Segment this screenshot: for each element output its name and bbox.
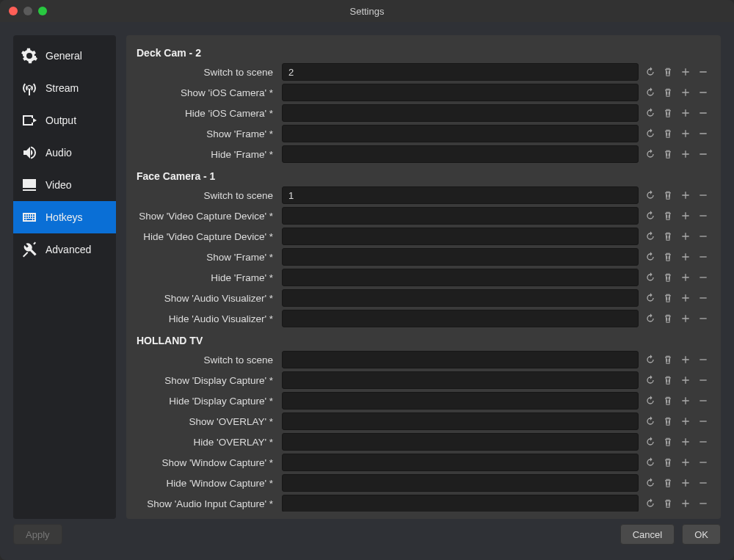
sidebar-item-video[interactable]: Video	[13, 169, 116, 201]
hotkey-add-button[interactable]	[678, 414, 693, 429]
sidebar-item-audio[interactable]: Audio	[13, 137, 116, 169]
hotkey-add-button[interactable]	[678, 208, 693, 223]
hotkey-remove-button[interactable]	[696, 311, 711, 326]
hotkey-delete-button[interactable]	[661, 65, 675, 79]
hotkey-undo-button[interactable]	[643, 250, 658, 264]
hotkey-add-button[interactable]	[678, 65, 693, 79]
hotkey-add-button[interactable]	[678, 434, 693, 449]
hotkey-undo-button[interactable]	[643, 65, 658, 79]
hotkey-undo-button[interactable]	[643, 106, 658, 120]
hotkey-remove-button[interactable]	[696, 270, 711, 285]
hotkey-remove-button[interactable]	[696, 393, 711, 408]
hotkey-undo-button[interactable]	[643, 352, 658, 367]
hotkey-add-button[interactable]	[678, 496, 693, 511]
hotkey-delete-button[interactable]	[661, 250, 675, 264]
hotkey-undo-button[interactable]	[643, 311, 658, 326]
hotkey-add-button[interactable]	[678, 106, 693, 120]
hotkey-input[interactable]	[282, 310, 639, 327]
hotkey-input[interactable]	[282, 125, 639, 142]
hotkey-undo-button[interactable]	[643, 291, 658, 305]
hotkey-remove-button[interactable]	[696, 126, 711, 141]
hotkey-add-button[interactable]	[678, 393, 693, 408]
hotkey-undo-button[interactable]	[643, 126, 658, 141]
hotkey-input[interactable]	[282, 412, 639, 430]
hotkey-delete-button[interactable]	[661, 126, 675, 141]
hotkey-delete-button[interactable]	[661, 373, 675, 388]
hotkey-input[interactable]	[282, 207, 639, 225]
hotkey-remove-button[interactable]	[696, 496, 711, 511]
hotkey-delete-button[interactable]	[661, 270, 675, 285]
hotkey-add-button[interactable]	[678, 229, 693, 244]
sidebar-item-stream[interactable]: Stream	[13, 72, 116, 104]
minimize-window-button[interactable]	[23, 7, 32, 15]
hotkey-input[interactable]	[282, 433, 639, 451]
hotkey-remove-button[interactable]	[696, 455, 711, 470]
hotkey-undo-button[interactable]	[643, 496, 658, 511]
hotkey-undo-button[interactable]	[643, 373, 658, 388]
hotkey-remove-button[interactable]	[696, 65, 711, 79]
maximize-window-button[interactable]	[38, 7, 47, 15]
hotkey-add-button[interactable]	[678, 85, 693, 100]
hotkey-remove-button[interactable]	[696, 414, 711, 429]
hotkey-delete-button[interactable]	[661, 455, 675, 470]
hotkey-delete-button[interactable]	[661, 106, 675, 120]
hotkey-delete-button[interactable]	[661, 291, 675, 305]
hotkey-delete-button[interactable]	[661, 352, 675, 367]
hotkey-input[interactable]	[282, 186, 639, 204]
hotkey-delete-button[interactable]	[661, 311, 675, 326]
sidebar-item-output[interactable]: Output	[13, 104, 116, 137]
hotkey-add-button[interactable]	[678, 311, 693, 326]
hotkey-delete-button[interactable]	[661, 188, 675, 203]
hotkey-delete-button[interactable]	[661, 496, 675, 511]
hotkey-add-button[interactable]	[678, 291, 693, 305]
apply-button[interactable]: Apply	[13, 524, 62, 545]
hotkey-delete-button[interactable]	[661, 434, 675, 449]
hotkey-delete-button[interactable]	[661, 147, 675, 161]
ok-button[interactable]: OK	[682, 524, 721, 545]
hotkeys-scroll[interactable]: Deck Cam - 2Switch to sceneShow 'iOS Cam…	[137, 43, 716, 512]
hotkey-input[interactable]	[282, 371, 639, 389]
hotkey-remove-button[interactable]	[696, 208, 711, 223]
hotkey-input[interactable]	[282, 495, 639, 512]
hotkey-remove-button[interactable]	[696, 85, 711, 100]
hotkey-input[interactable]	[282, 145, 639, 163]
hotkey-delete-button[interactable]	[661, 208, 675, 223]
hotkey-remove-button[interactable]	[696, 434, 711, 449]
hotkey-add-button[interactable]	[678, 147, 693, 161]
hotkey-add-button[interactable]	[678, 455, 693, 470]
hotkey-undo-button[interactable]	[643, 208, 658, 223]
hotkey-remove-button[interactable]	[696, 250, 711, 264]
hotkey-remove-button[interactable]	[696, 373, 711, 388]
hotkey-add-button[interactable]	[678, 270, 693, 285]
hotkey-input[interactable]	[282, 392, 639, 410]
hotkey-input[interactable]	[282, 351, 639, 368]
hotkey-input[interactable]	[282, 289, 639, 307]
hotkey-input[interactable]	[282, 248, 639, 266]
hotkey-delete-button[interactable]	[661, 393, 675, 408]
cancel-button[interactable]: Cancel	[620, 524, 675, 545]
hotkey-undo-button[interactable]	[643, 434, 658, 449]
hotkey-input[interactable]	[282, 454, 639, 471]
hotkey-remove-button[interactable]	[696, 291, 711, 305]
hotkey-remove-button[interactable]	[696, 147, 711, 161]
sidebar-item-general[interactable]: General	[13, 40, 116, 72]
sidebar-item-hotkeys[interactable]: Hotkeys	[13, 201, 116, 233]
hotkey-remove-button[interactable]	[696, 352, 711, 367]
hotkey-undo-button[interactable]	[643, 414, 658, 429]
hotkey-undo-button[interactable]	[643, 147, 658, 161]
hotkey-input[interactable]	[282, 228, 639, 245]
hotkey-remove-button[interactable]	[696, 106, 711, 120]
hotkey-input[interactable]	[282, 63, 639, 81]
close-window-button[interactable]	[9, 7, 18, 15]
hotkey-undo-button[interactable]	[643, 476, 658, 490]
hotkey-add-button[interactable]	[678, 476, 693, 490]
hotkey-remove-button[interactable]	[696, 476, 711, 490]
hotkey-delete-button[interactable]	[661, 229, 675, 244]
hotkey-input[interactable]	[282, 269, 639, 286]
hotkey-undo-button[interactable]	[643, 270, 658, 285]
hotkey-add-button[interactable]	[678, 373, 693, 388]
sidebar-item-advanced[interactable]: Advanced	[13, 233, 116, 266]
hotkey-add-button[interactable]	[678, 250, 693, 264]
hotkey-remove-button[interactable]	[696, 188, 711, 203]
hotkey-delete-button[interactable]	[661, 85, 675, 100]
